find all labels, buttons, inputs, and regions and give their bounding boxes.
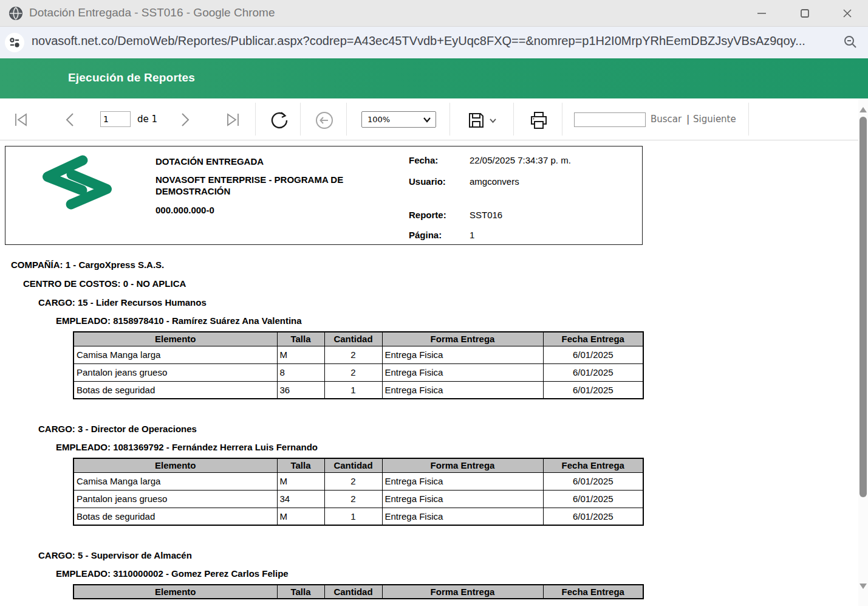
field-label: Página: bbox=[409, 230, 470, 240]
cargo-line: CARGO: 15 - Lider Recursos Humanos bbox=[38, 296, 858, 309]
field-value: 1 bbox=[470, 230, 474, 240]
titlebar: Dotación Entregada - SST016 - Google Chr… bbox=[0, 0, 868, 27]
site-settings-icon[interactable] bbox=[5, 33, 24, 52]
header-field-usuario: Usuario: amgconvers bbox=[409, 176, 519, 187]
table-cell: Entrega Fisica bbox=[382, 490, 543, 508]
find-button[interactable]: Buscar bbox=[651, 114, 682, 125]
table-header-cell: Fecha Entrega bbox=[543, 458, 643, 472]
report-groups: CARGO: 15 - Lider Recursos HumanosEMPLEA… bbox=[0, 296, 858, 599]
table-cell: M bbox=[277, 472, 324, 490]
browser-window: Dotación Entregada - SST016 - Google Chr… bbox=[0, 0, 868, 606]
field-value: amgconvers bbox=[470, 176, 519, 187]
table-cell: Entrega Fisica bbox=[382, 472, 543, 490]
table-header-cell: Elemento bbox=[73, 332, 277, 346]
table-cell: 8 bbox=[277, 363, 324, 381]
field-value: SST016 bbox=[470, 210, 502, 220]
zoom-level-value: 100% bbox=[362, 115, 423, 124]
refresh-button[interactable] bbox=[267, 109, 292, 131]
table-row: Pantalon jeans grueso342Entrega Fisica6/… bbox=[73, 490, 643, 508]
cargo-line: CARGO: 3 - Director de Operaciones bbox=[38, 422, 858, 435]
app-header: Ejecución de Reportes bbox=[0, 58, 868, 98]
table-cell: 6/01/2025 bbox=[543, 472, 643, 490]
company-line: COMPAÑÍA: 1 - CargoXpress S.A.S. bbox=[11, 258, 858, 271]
first-page-button[interactable] bbox=[11, 112, 32, 128]
maximize-button[interactable] bbox=[791, 0, 818, 27]
table-row: Camisa Manga largaM2Entrega Fisica6/01/2… bbox=[73, 346, 643, 363]
novasoft-logo-icon bbox=[35, 154, 120, 212]
chevron-down-icon bbox=[489, 118, 497, 123]
next-page-button[interactable] bbox=[176, 112, 194, 128]
table-cell: 1 bbox=[324, 508, 382, 525]
table-cell: Entrega Fisica bbox=[382, 346, 543, 363]
table-cell: Botas de seguridad bbox=[73, 508, 277, 525]
table-cell: M bbox=[277, 346, 324, 363]
table-cell: M bbox=[277, 508, 324, 525]
table-header-cell: Talla bbox=[277, 332, 324, 346]
table-cell: 6/01/2025 bbox=[543, 508, 643, 525]
find-next-button[interactable]: Siguiente bbox=[693, 114, 736, 125]
header-field-fecha: Fecha: 22/05/2025 7:34:37 p. m. bbox=[409, 155, 571, 165]
table-cell: Camisa Manga larga bbox=[73, 472, 277, 490]
cargo-line: CARGO: 5 - Supervisor de Almacén bbox=[38, 549, 858, 562]
table-cell: 2 bbox=[324, 490, 382, 508]
report-header-box: DOTACIÓN ENTREGADA NOVASOFT ENTERPRISE -… bbox=[5, 146, 643, 245]
table-row: Botas de seguridadM1Entrega Fisica6/01/2… bbox=[73, 508, 643, 525]
print-button[interactable] bbox=[526, 109, 552, 131]
close-button[interactable] bbox=[834, 0, 861, 27]
find-separator: | bbox=[686, 113, 689, 125]
header-field-reporte: Reporte: SST016 bbox=[409, 210, 502, 220]
zoom-out-icon[interactable] bbox=[842, 34, 858, 52]
page-count-label: de 1 bbox=[137, 114, 157, 125]
company-nit: 000.000.000-0 bbox=[155, 205, 214, 215]
table-header-cell: Elemento bbox=[73, 458, 277, 472]
report-toolbar: de 1 100% bbox=[0, 98, 858, 140]
export-button[interactable] bbox=[463, 109, 501, 131]
scroll-down-icon[interactable] bbox=[858, 581, 868, 591]
table-row: Botas de seguridad361Entrega Fisica6/01/… bbox=[73, 381, 643, 399]
table-cell: 2 bbox=[324, 346, 382, 363]
table-cell: Entrega Fisica bbox=[382, 381, 543, 399]
report-group: CARGO: 5 - Supervisor de AlmacénEMPLEADO… bbox=[0, 549, 858, 599]
table-cell: 6/01/2025 bbox=[543, 490, 643, 508]
field-label: Usuario: bbox=[409, 176, 470, 187]
table-cell: Pantalon jeans grueso bbox=[73, 363, 277, 381]
table-header-cell: Forma Entrega bbox=[382, 585, 543, 599]
report-viewer: de 1 100% bbox=[0, 98, 868, 606]
header-field-pagina: Página: 1 bbox=[409, 230, 474, 240]
chevron-down-icon bbox=[423, 117, 431, 123]
url-text[interactable]: novasoft.net.co/DemoWeb/Reportes/Publica… bbox=[32, 34, 805, 48]
table-header-cell: Cantidad bbox=[324, 458, 382, 472]
vertical-scrollbar[interactable] bbox=[858, 98, 868, 606]
table-cell: Entrega Fisica bbox=[382, 363, 543, 381]
report-title: DOTACIÓN ENTREGADA bbox=[155, 156, 264, 167]
zoom-level-select[interactable]: 100% bbox=[361, 111, 436, 128]
table-cell: 2 bbox=[324, 472, 382, 490]
table-header-cell: Cantidad bbox=[324, 332, 382, 346]
dotacion-table: ElementoTallaCantidadForma EntregaFecha … bbox=[73, 331, 644, 399]
table-cell: 2 bbox=[324, 363, 382, 381]
cost-center-line: CENTRO DE COSTOS: 0 - NO APLICA bbox=[23, 277, 858, 290]
minimize-button[interactable] bbox=[748, 0, 775, 27]
find-text-input[interactable] bbox=[574, 112, 646, 127]
previous-page-button[interactable] bbox=[61, 112, 79, 128]
scroll-up-icon[interactable] bbox=[858, 105, 868, 114]
table-cell: 6/01/2025 bbox=[543, 381, 643, 399]
report-subtitle: NOVASOFT ENTERPRISE - PROGRAMA DE DEMOST… bbox=[155, 174, 367, 197]
window-title: Dotación Entregada - SST016 - Google Chr… bbox=[29, 6, 275, 19]
table-cell: 34 bbox=[277, 490, 324, 508]
last-page-button[interactable] bbox=[222, 112, 243, 128]
back-to-parent-button[interactable] bbox=[312, 109, 337, 131]
table-cell: Camisa Manga larga bbox=[73, 346, 277, 363]
field-label: Reporte: bbox=[409, 210, 470, 220]
page-number-input[interactable] bbox=[100, 111, 131, 127]
table-cell: 6/01/2025 bbox=[543, 346, 643, 363]
table-row: Camisa Manga largaM2Entrega Fisica6/01/2… bbox=[73, 472, 643, 490]
scrollbar-thumb[interactable] bbox=[859, 117, 867, 497]
empleado-line: EMPLEADO: 8158978410 - Ramírez Suárez An… bbox=[56, 314, 858, 327]
report-group: CARGO: 15 - Lider Recursos HumanosEMPLEA… bbox=[0, 296, 858, 399]
field-label: Fecha: bbox=[409, 155, 470, 165]
url-bar: novasoft.net.co/DemoWeb/Reportes/Publica… bbox=[0, 27, 868, 58]
table-header-cell: Cantidad bbox=[324, 585, 382, 599]
table-header-cell: Forma Entrega bbox=[382, 458, 543, 472]
table-cell: Pantalon jeans grueso bbox=[73, 490, 277, 508]
